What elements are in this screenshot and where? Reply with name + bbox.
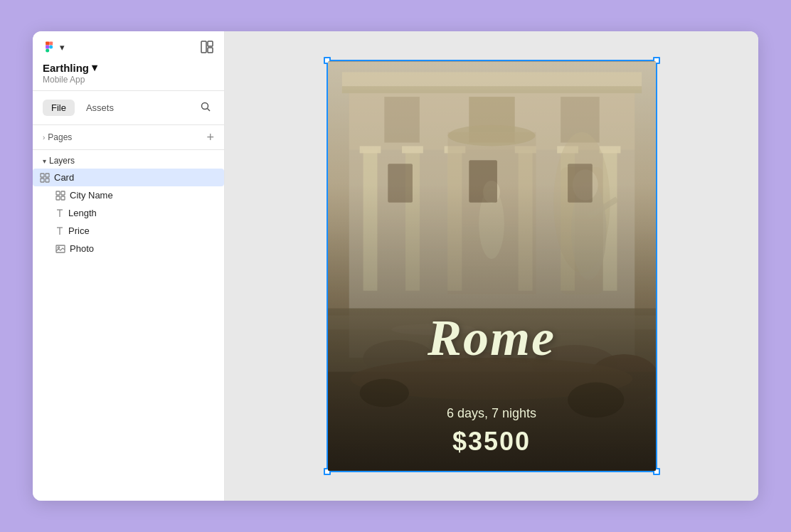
tab-file[interactable]: File <box>43 100 75 116</box>
svg-rect-4 <box>49 46 53 49</box>
pages-chevron-icon: › <box>43 134 45 142</box>
svg-rect-6 <box>208 41 213 46</box>
svg-rect-15 <box>61 191 65 195</box>
project-title[interactable]: Earthling ▾ <box>43 61 214 74</box>
svg-rect-3 <box>49 42 53 46</box>
city-name-text: Rome <box>428 312 556 363</box>
layer-card-label: Card <box>54 172 74 183</box>
figma-logo[interactable]: ▾ <box>43 40 65 54</box>
card-content: Rome 6 days, 7 nights $3500 <box>328 184 656 471</box>
svg-line-9 <box>208 109 211 112</box>
file-assets-bar: File Assets <box>33 91 224 125</box>
layout-toggle-icon[interactable] <box>200 40 214 54</box>
trip-price-text: $3500 <box>452 427 531 457</box>
card-image: Rome 6 days, 7 nights $3500 <box>328 61 656 471</box>
layers-chevron-icon: ▾ <box>43 157 46 165</box>
text-icon-price <box>55 226 64 236</box>
layer-item-city-name[interactable]: City Name <box>33 186 224 204</box>
search-icon <box>200 101 211 112</box>
layer-city-name-label: City Name <box>70 190 113 201</box>
sidebar: ▾ Earthling ▾ Mobile App File Assets <box>33 31 225 501</box>
grid-icon <box>40 173 50 183</box>
project-subtitle: Mobile App <box>43 75 214 85</box>
svg-rect-5 <box>201 41 206 53</box>
svg-rect-1 <box>46 46 49 49</box>
trip-length-text: 6 days, 7 nights <box>447 406 536 421</box>
svg-rect-16 <box>56 196 60 200</box>
search-button[interactable] <box>197 98 214 117</box>
sidebar-header: ▾ Earthling ▾ Mobile App <box>33 31 224 91</box>
component-icon <box>55 191 65 201</box>
image-icon <box>55 245 65 253</box>
figma-dropdown-icon: ▾ <box>60 42 65 53</box>
card-frame[interactable]: Rome 6 days, 7 nights $3500 <box>327 60 657 472</box>
pages-section[interactable]: › Pages + <box>33 125 224 150</box>
layer-price-label: Price <box>68 225 90 236</box>
pages-label: Pages <box>48 132 206 142</box>
svg-rect-17 <box>61 196 65 200</box>
layers-label: Layers <box>49 156 75 166</box>
svg-rect-7 <box>208 48 213 53</box>
layers-section: ▾ Layers Card <box>33 150 224 501</box>
layer-item-card[interactable]: Card <box>33 169 224 186</box>
svg-point-8 <box>202 103 208 110</box>
svg-rect-0 <box>46 42 49 46</box>
pages-add-button[interactable]: + <box>206 131 214 144</box>
figma-icon <box>43 40 57 54</box>
layer-item-length[interactable]: Length <box>33 204 224 222</box>
svg-rect-10 <box>41 174 44 177</box>
svg-rect-14 <box>56 191 60 195</box>
layers-header[interactable]: ▾ Layers <box>33 150 224 169</box>
layer-item-photo[interactable]: Photo <box>33 240 224 257</box>
sidebar-toolbar: ▾ <box>43 40 214 54</box>
main-canvas[interactable]: Rome 6 days, 7 nights $3500 <box>225 31 758 501</box>
text-icon <box>55 208 64 218</box>
svg-point-23 <box>58 246 59 248</box>
layer-length-label: Length <box>68 208 97 218</box>
svg-rect-12 <box>41 179 44 182</box>
layer-photo-label: Photo <box>70 243 94 254</box>
svg-rect-11 <box>46 174 49 177</box>
svg-rect-13 <box>46 179 49 182</box>
svg-rect-2 <box>46 49 49 53</box>
app-window: ▾ Earthling ▾ Mobile App File Assets <box>33 31 758 501</box>
tab-assets[interactable]: Assets <box>78 100 122 116</box>
layer-item-price[interactable]: Price <box>33 222 224 240</box>
